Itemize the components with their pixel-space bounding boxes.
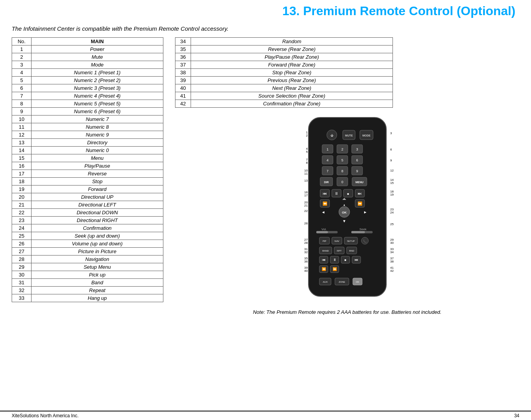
svg-text:15: 15: [390, 181, 394, 185]
svg-text:►: ►: [363, 210, 367, 214]
svg-text:⏮: ⏮: [322, 258, 325, 262]
svg-text:1: 1: [326, 147, 328, 151]
svg-text:4: 4: [326, 158, 328, 162]
svg-text:38: 38: [390, 260, 394, 263]
table-row: 3Mode: [12, 61, 163, 69]
svg-text:⏪: ⏪: [322, 201, 328, 206]
svg-text:⏻: ⏻: [330, 134, 333, 137]
svg-text:9: 9: [356, 169, 358, 173]
svg-text:OK: OK: [342, 211, 347, 214]
table-row: 1Power: [12, 46, 163, 53]
svg-text:⏩: ⏩: [332, 267, 337, 271]
table-header-row: No. MAIN: [12, 38, 163, 46]
svg-text:⏸: ⏸: [335, 191, 338, 196]
table-row: 21Directional LEFT: [12, 201, 163, 209]
svg-text:36: 36: [304, 260, 308, 263]
svg-text:22: 22: [304, 209, 308, 213]
svg-text:BAND: BAND: [322, 250, 329, 252]
svg-text:32: 32: [304, 250, 308, 254]
right-section: 34Random35Reverse (Rear Zone)36Play/Paus…: [175, 37, 519, 315]
svg-text:3: 3: [390, 131, 392, 135]
svg-text:6: 6: [356, 158, 358, 162]
table-row: 31Band: [12, 279, 163, 287]
table-row: 8Numeric 5 (Preset 5): [12, 100, 163, 108]
table-row: 13Directory: [12, 139, 163, 147]
table-row: 11Numeric 8: [12, 123, 163, 131]
table-row: 5Numeric 2 (Preset 2): [12, 77, 163, 84]
svg-text:21: 21: [304, 204, 308, 207]
table-row: 14Numeric 0: [12, 147, 163, 154]
svg-text:6: 6: [390, 148, 392, 151]
table-row: 7Numeric 4 (Preset 4): [12, 92, 163, 100]
table-row: 42Confirmation (Rear Zone): [175, 100, 393, 108]
table-row: 10Numeric 7: [12, 116, 163, 123]
svg-text:34: 34: [390, 250, 394, 254]
note-text: Note: The Premium Remote requires 2 AAA …: [253, 309, 442, 315]
table-row: 35Reverse (Rear Zone): [175, 46, 393, 53]
table-row: 25Seek (up and down): [12, 232, 163, 240]
svg-text:ZONE: ZONE: [338, 281, 345, 283]
svg-text:▼: ▼: [342, 219, 346, 223]
svg-text:Vol.: Vol.: [321, 228, 326, 231]
svg-text:⏸: ⏸: [333, 258, 336, 262]
table-row: 39Previous (Rear Zone): [175, 77, 393, 84]
svg-text:■: ■: [344, 258, 346, 262]
svg-text:Seek: Seek: [359, 228, 366, 231]
table-row: 24Confirmation: [12, 224, 163, 232]
svg-text:RND: RND: [349, 250, 354, 252]
svg-text:⏭: ⏭: [358, 191, 362, 196]
svg-text:NAV: NAV: [335, 240, 339, 242]
svg-text:7: 7: [326, 169, 328, 173]
table-row: 6Numeric 3 (Preset 3): [12, 84, 163, 92]
col-main-header: MAIN: [32, 38, 163, 46]
svg-text:1: 1: [306, 131, 308, 134]
svg-text:MUTE: MUTE: [345, 134, 353, 137]
svg-text:2: 2: [341, 147, 343, 151]
table-row: 18Stop: [12, 178, 163, 186]
table-row: 22Directional DOWN: [12, 209, 163, 217]
svg-text:42: 42: [390, 269, 394, 273]
svg-text:25: 25: [390, 222, 394, 226]
svg-text:30: 30: [390, 241, 394, 245]
svg-text:9: 9: [390, 159, 392, 162]
svg-text:◄: ◄: [321, 210, 325, 214]
svg-text:28: 28: [304, 241, 308, 245]
table-row: 23Directional RIGHT: [12, 217, 163, 224]
table-row: 4Numeric 1 (Preset 1): [12, 69, 163, 77]
table-row: 38Stop (Rear Zone): [175, 69, 393, 77]
svg-text:26: 26: [304, 222, 308, 225]
svg-text:MODE: MODE: [362, 134, 370, 137]
svg-text:8: 8: [306, 161, 308, 164]
table-row: 36Play/Pause (Rear Zone): [175, 53, 393, 61]
svg-text:📞: 📞: [363, 239, 367, 243]
svg-text:⏩: ⏩: [358, 201, 363, 206]
svg-text:SETUP: SETUP: [347, 240, 354, 242]
svg-text:DIR: DIR: [324, 181, 328, 184]
table-row: 41Source Selection (Rear Zone): [175, 92, 393, 100]
svg-text:RPT: RPT: [337, 250, 342, 252]
svg-text:AUX: AUX: [322, 281, 327, 283]
table-row: 20Directional UP: [12, 193, 163, 201]
svg-text:19: 19: [390, 193, 394, 196]
subtitle: The Infotainment Center is compatible wi…: [12, 25, 519, 32]
table-row: 27Picture in Picture: [12, 248, 163, 256]
table-row: 17Reverse: [12, 170, 163, 178]
svg-text:MENU: MENU: [355, 181, 363, 184]
table-row: 15Menu: [12, 154, 163, 162]
svg-rect-52: [316, 231, 328, 233]
table-row: 28Navigation: [12, 256, 163, 263]
svg-text:5: 5: [306, 150, 308, 154]
svg-text:17: 17: [304, 194, 308, 197]
svg-text:40: 40: [304, 269, 308, 273]
right-table: 34Random35Reverse (Rear Zone)36Play/Paus…: [175, 37, 393, 108]
svg-text:11: 11: [304, 172, 308, 175]
remote-image-area: ⏻ MUTE MODE 1 2 3 4 5 6: [175, 116, 519, 315]
table-row: 26Volume (up and down): [12, 240, 163, 248]
footer-page: 34: [514, 413, 519, 418]
table-row: 30Pick up: [12, 271, 163, 279]
svg-text:OK: OK: [356, 281, 359, 283]
table-row: 19Forward: [12, 186, 163, 193]
table-row: 33Hang up: [12, 294, 163, 302]
footer: XiteSolutions North America Inc. 34: [0, 411, 531, 420]
svg-text:12: 12: [390, 169, 394, 172]
